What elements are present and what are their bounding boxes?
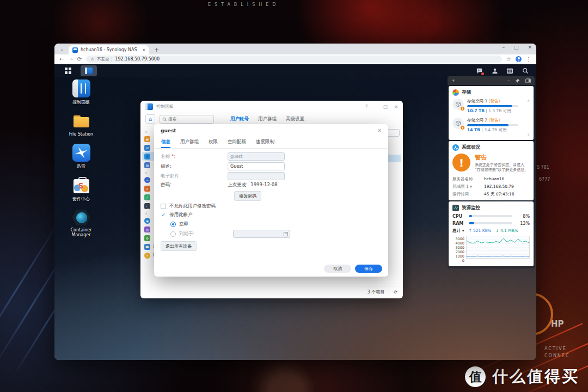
widget-minimize-button[interactable]: – [507, 78, 510, 83]
tab-user-group[interactable]: 用户群组 [258, 116, 277, 122]
tab-close-icon[interactable]: ✕ [142, 48, 145, 52]
control-panel-icon [72, 79, 90, 97]
divider [112, 57, 112, 62]
control-panel-icon [145, 103, 153, 110]
close-button[interactable]: ✕ [394, 104, 398, 109]
checkbox-unchecked[interactable] [161, 204, 166, 209]
maximize-button[interactable]: □ [383, 104, 388, 109]
cancel-button[interactable]: 取消 [324, 265, 351, 273]
dialog-close-icon[interactable]: ✕ [377, 128, 382, 133]
cpu-bar [469, 215, 512, 217]
home-button[interactable]: ⌂ [145, 114, 155, 124]
desktop-icon-control-panel[interactable]: 控制面板 [61, 79, 101, 105]
radio-unselected[interactable] [170, 231, 176, 237]
desktop-icons: 控制面板 File Station 迅雷 S 套件中心 Container Ma… [61, 79, 101, 237]
minimize-button[interactable]: – [375, 104, 377, 109]
dock-right-icon[interactable] [525, 78, 531, 83]
logout-all-devices-button[interactable]: 退出所有设备 [161, 241, 197, 251]
bookmark-star-icon[interactable]: ☆ [506, 57, 511, 62]
item-count: 3 个项目 [367, 289, 385, 295]
new-tab-button[interactable]: + [154, 47, 159, 53]
browser-toolbar: ← → ⟳ ⚠ 不安全 192.168.50.79:5000 ☆ ⋮ [54, 54, 536, 64]
expand-icon[interactable]: ∨ [452, 132, 530, 137]
cpu-row: CPU 8% [452, 214, 530, 219]
tab-quota[interactable]: 空间配额 [228, 137, 246, 148]
pin-icon[interactable] [515, 78, 520, 83]
search-icon[interactable] [522, 68, 529, 75]
upload-speed: 521 KB/s [473, 228, 491, 233]
xunlei-icon [72, 144, 90, 162]
window-minimize-button[interactable]: – [502, 45, 505, 50]
browser-menu-icon[interactable]: ⋮ [526, 57, 531, 62]
resource-monitor-icon [452, 205, 459, 211]
cpu-label: CPU [452, 214, 469, 219]
disallow-change-checkbox-row[interactable]: 不允许此用户修改密码 [161, 203, 216, 210]
icon-label: 套件中心 [72, 196, 90, 202]
not-secure-label: 不安全 [97, 57, 109, 62]
address-bar[interactable]: ⚠ 不安全 192.168.50.79:5000 [86, 56, 502, 63]
window-maximize-button[interactable]: □ [514, 45, 519, 50]
window-close-button[interactable]: ✕ [528, 45, 532, 50]
desktop-icon-xunlei[interactable]: 迅雷 [61, 144, 101, 169]
back-button[interactable]: ← [59, 57, 64, 62]
tab-permissions[interactable]: 权限 [209, 137, 218, 148]
refresh-icon[interactable]: ⟳ [394, 290, 397, 295]
dsm-taskbar [54, 64, 536, 77]
storage-volume-1[interactable]: ! 存储空间 1 (警告) 10.7 TB | 1.5 TB 可用 ∧ [452, 99, 530, 114]
calendar-icon[interactable] [284, 232, 288, 236]
dsm-desktop: 控制面板 File Station 迅雷 S 套件中心 Container Ma… [54, 64, 536, 360]
widgets-icon[interactable] [506, 68, 513, 75]
forward-button[interactable]: → [68, 57, 72, 62]
tab-user-groups[interactable]: 用户群组 [180, 137, 199, 148]
icon-label: 迅雷 [77, 163, 85, 169]
control-panel-titlebar[interactable]: 控制面板 ? – □ ✕ [140, 101, 403, 112]
storage-volume-2[interactable]: ! 存储空间 2 (警告) 14 TB | 3.4 TB 可用 [452, 118, 530, 133]
warning-badge: ! [460, 106, 465, 111]
caret-down-icon[interactable]: ▾ [470, 184, 472, 189]
description-input[interactable] [228, 162, 285, 170]
volume-icon: ! [452, 118, 464, 129]
radio-selected[interactable] [170, 222, 176, 227]
tab-speed-limit[interactable]: 速度限制 [256, 137, 274, 148]
tab-search-button[interactable]: ⌄ [58, 46, 65, 53]
search-input[interactable] [168, 117, 206, 121]
main-menu-button[interactable] [60, 65, 76, 76]
caret-down-icon[interactable]: ▾ [462, 228, 464, 233]
smzdm-logo: 值 [465, 366, 486, 387]
name-input [228, 152, 285, 161]
user-menu-icon[interactable] [491, 68, 498, 75]
reload-button[interactable]: ⟳ [77, 57, 82, 62]
tab-user-account[interactable]: 用户账号 [230, 116, 249, 122]
dialog-tabs: 信息 用户群组 权限 空间配额 速度限制 [154, 137, 388, 149]
volume-available: 1.5 TB 可用 [488, 108, 511, 113]
tab-advanced-settings[interactable]: 高级设置 [286, 116, 304, 122]
collapse-icon[interactable]: ∧ [527, 99, 530, 103]
email-label: 电子邮件: [161, 173, 228, 180]
resource-monitor-title: 资源监控 [462, 205, 480, 211]
profile-avatar[interactable] [516, 56, 522, 62]
control-panel-search[interactable] [160, 115, 214, 124]
password-label: 密码: [161, 182, 228, 188]
system-health-icon [452, 144, 459, 151]
desktop-icon-container-manager[interactable]: Container Manager [61, 209, 101, 237]
expire-radio-row[interactable]: 到期于: [170, 230, 290, 238]
save-button[interactable]: 保存 [355, 265, 382, 273]
help-button[interactable]: ? [365, 104, 368, 109]
email-field-row: 电子邮件: [161, 172, 285, 180]
tab-info[interactable]: 信息 [161, 137, 170, 148]
window-title: 控制面板 [156, 103, 174, 109]
browser-tab[interactable]: hchuan16 - Synology NAS ✕ [69, 45, 149, 54]
immediately-radio-row[interactable]: 立即 [170, 221, 188, 228]
disable-account-checkbox-row[interactable]: ✓ 停用此帐户 [161, 212, 193, 218]
network-total-row: 总计 ▾ ↑ 521 KB/s ↓ 4.1 MB/s [452, 228, 530, 234]
volume-name: 存储空间 2 [467, 118, 487, 122]
add-widget-button[interactable]: + [451, 78, 455, 83]
notification-badge [481, 72, 484, 75]
checkbox-checked[interactable]: ✓ [161, 212, 166, 218]
taskbar-control-panel-button[interactable] [81, 65, 97, 76]
email-input [228, 172, 285, 180]
change-password-button[interactable]: 修改密码 [234, 191, 261, 201]
desktop-icon-package-center[interactable]: S 套件中心 [61, 176, 101, 202]
notifications-icon[interactable] [476, 68, 483, 75]
desktop-icon-file-station[interactable]: File Station [61, 112, 101, 137]
